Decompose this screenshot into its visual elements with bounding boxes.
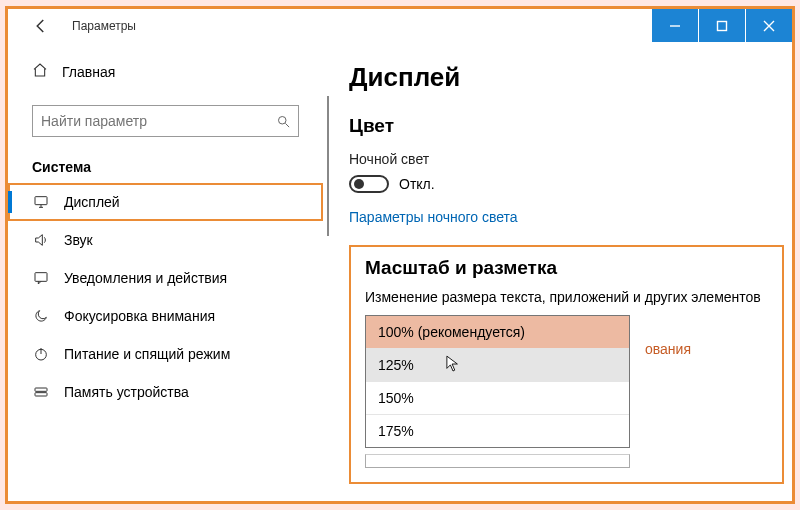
scale-heading: Масштаб и разметка bbox=[365, 257, 768, 279]
nightlight-label: Ночной свет bbox=[349, 151, 784, 167]
maximize-button[interactable] bbox=[699, 9, 745, 42]
sidebar-item-power[interactable]: Питание и спящий режим bbox=[8, 335, 323, 373]
scale-section: Масштаб и разметка Изменение размера тек… bbox=[349, 245, 784, 484]
notifications-icon bbox=[32, 269, 50, 287]
content-area: Дисплей Цвет Ночной свет Откл. Параметры… bbox=[323, 42, 792, 501]
dropdown-item-175[interactable]: 175% bbox=[366, 414, 629, 447]
back-button[interactable] bbox=[28, 13, 54, 39]
home-link[interactable]: Главная bbox=[8, 52, 323, 91]
sidebar: Главная Система Дисплей bbox=[8, 42, 323, 501]
sidebar-item-notifications[interactable]: Уведомления и действия bbox=[8, 259, 323, 297]
search-box[interactable] bbox=[32, 105, 299, 137]
sidebar-item-label: Дисплей bbox=[64, 194, 120, 210]
nightlight-toggle[interactable] bbox=[349, 175, 389, 193]
titlebar: Параметры bbox=[8, 9, 792, 42]
storage-icon bbox=[32, 383, 50, 401]
nightlight-settings-link[interactable]: Параметры ночного света bbox=[349, 209, 518, 225]
minimize-button[interactable] bbox=[652, 9, 698, 42]
moon-icon bbox=[32, 307, 50, 325]
sidebar-item-label: Уведомления и действия bbox=[64, 270, 227, 286]
nightlight-state: Откл. bbox=[399, 176, 435, 192]
sidebar-item-storage[interactable]: Память устройства bbox=[8, 373, 323, 411]
dropdown-item-label: 125% bbox=[378, 357, 414, 373]
svg-rect-2 bbox=[35, 197, 47, 205]
search-input[interactable] bbox=[33, 113, 268, 129]
sidebar-item-label: Память устройства bbox=[64, 384, 189, 400]
home-icon bbox=[32, 62, 48, 81]
svg-rect-6 bbox=[35, 393, 47, 396]
search-icon bbox=[268, 114, 298, 129]
dropdown-scrollbar[interactable] bbox=[365, 454, 630, 468]
power-icon bbox=[32, 345, 50, 363]
sidebar-item-focus[interactable]: Фокусировка внимания bbox=[8, 297, 323, 335]
dropdown-item-150[interactable]: 150% bbox=[366, 381, 629, 414]
svg-rect-0 bbox=[718, 21, 727, 30]
close-button[interactable] bbox=[746, 9, 792, 42]
window-title: Параметры bbox=[72, 19, 136, 33]
sidebar-item-sound[interactable]: Звук bbox=[8, 221, 323, 259]
svg-point-1 bbox=[278, 116, 286, 124]
dropdown-item-125[interactable]: 125% bbox=[366, 348, 629, 381]
sound-icon bbox=[32, 231, 50, 249]
sidebar-item-label: Фокусировка внимания bbox=[64, 308, 215, 324]
sidebar-item-label: Звук bbox=[64, 232, 93, 248]
sidebar-item-label: Питание и спящий режим bbox=[64, 346, 230, 362]
scale-sub: Изменение размера текста, приложений и д… bbox=[365, 289, 768, 305]
dropdown-item-100[interactable]: 100% (рекомендуется) bbox=[366, 316, 629, 348]
svg-rect-5 bbox=[35, 388, 47, 391]
section-label: Система bbox=[8, 137, 323, 183]
section-color: Цвет bbox=[349, 115, 784, 137]
scroll-indicator[interactable] bbox=[327, 96, 329, 236]
page-title: Дисплей bbox=[349, 62, 784, 93]
monitor-icon bbox=[32, 193, 50, 211]
sidebar-item-display[interactable]: Дисплей bbox=[8, 183, 323, 221]
cursor-icon bbox=[446, 355, 460, 376]
svg-rect-3 bbox=[35, 273, 47, 282]
home-label: Главная bbox=[62, 64, 115, 80]
scale-dropdown[interactable]: 100% (рекомендуется) 125% 150% 175% bbox=[365, 315, 630, 448]
partial-link-text: ования bbox=[645, 341, 691, 357]
